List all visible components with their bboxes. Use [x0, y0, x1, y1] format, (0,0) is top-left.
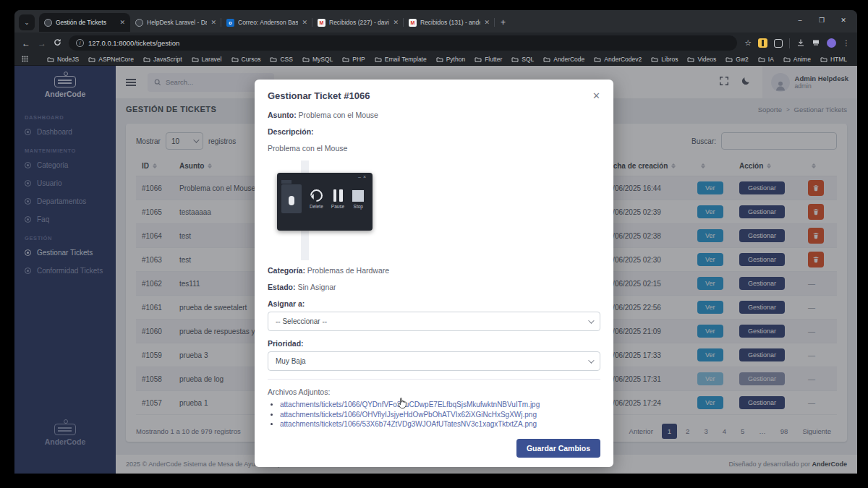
browser-toolbar: ← → i 127.0.0.1:8000/tickets/gestion ☆: [14, 33, 857, 53]
bookmark-item[interactable]: AnderCode: [543, 56, 584, 63]
bookmark-label: MySQL: [312, 56, 333, 63]
browser-tab[interactable]: HelpDesk Laravel - Dashboard✕: [130, 13, 221, 32]
attachment-link[interactable]: attachments/tickets/1066/53X6b74ZtVDg3WJ…: [280, 420, 537, 428]
tab-close-icon[interactable]: ✕: [393, 19, 399, 26]
adjuntos-label: Archivos Adjuntos:: [268, 388, 600, 396]
browser-tab[interactable]: MRecibidos (227) - davisanderso✕: [312, 13, 404, 32]
bookmark-item[interactable]: SQL: [511, 56, 534, 63]
estado-value: Sin Asignar: [297, 283, 336, 291]
folder-icon: [687, 56, 694, 62]
bookmark-item[interactable]: Python: [436, 56, 465, 63]
bookmark-item[interactable]: Cursos: [231, 56, 261, 63]
asunto-value: Problema con el Mouse: [299, 111, 378, 119]
bookmark-label: AnderCodev2: [604, 56, 642, 63]
bookmark-item[interactable]: CSS: [270, 56, 292, 63]
bookmark-label: Videos: [697, 56, 716, 63]
bookmark-label: Anime: [793, 56, 811, 63]
browser-menu-icon[interactable]: ⋮: [843, 39, 850, 47]
mouse-image: [281, 184, 302, 213]
pause-icon: [333, 189, 343, 202]
bookmark-item[interactable]: Videos: [687, 56, 716, 63]
bookmark-item[interactable]: AnderCodev2: [594, 56, 642, 63]
bookmark-item[interactable]: IA: [758, 56, 774, 63]
bookmark-item[interactable]: Libros: [651, 56, 678, 63]
globe-favicon-icon: [44, 19, 52, 27]
folder-icon: [375, 56, 382, 62]
folder-icon: [543, 56, 550, 62]
asignar-select[interactable]: -- Seleccionar --: [268, 312, 600, 331]
reload-icon[interactable]: [54, 38, 61, 48]
gmail-favicon-icon: M: [318, 19, 326, 27]
bookmark-item[interactable]: MySQL: [302, 56, 333, 63]
apps-grid-icon[interactable]: [22, 56, 28, 64]
tab-close-icon[interactable]: ✕: [119, 19, 125, 26]
bookmark-item[interactable]: PHP: [342, 56, 365, 63]
minimize-button[interactable]: –: [789, 12, 811, 28]
tab-search-button[interactable]: ⌄: [19, 14, 35, 30]
bookmark-label: AnderCode: [553, 56, 584, 63]
tab-title: Correo: Anderson Bastidas - O:: [238, 19, 298, 26]
tab-close-icon[interactable]: ✕: [484, 19, 490, 26]
categoria-value: Problemas de Hardware: [307, 266, 389, 275]
bookmark-item[interactable]: Flutter: [475, 56, 502, 63]
browser-tab[interactable]: oCorreo: Anderson Bastidas - O:✕: [221, 13, 312, 32]
bookmark-label: ASPNetCore: [98, 56, 134, 63]
tab-title: Gestión de Tickets: [56, 19, 116, 26]
media-icon[interactable]: [812, 37, 820, 50]
folder-icon: [758, 56, 765, 62]
gmail-favicon-icon: M: [409, 19, 417, 27]
tab-close-icon[interactable]: ✕: [302, 19, 307, 26]
downloads-icon[interactable]: [796, 37, 805, 50]
estado-label: Estado:: [268, 283, 296, 291]
tab-close-icon[interactable]: ✕: [210, 19, 216, 26]
forward-icon[interactable]: →: [38, 38, 46, 48]
attachment-link-item: attachments/tickets/1066/OHVflyIJsjyeHdO…: [280, 410, 600, 420]
chevron-down-icon: [588, 357, 594, 363]
recorder-widget-image: –× Delete Pause Stop: [277, 173, 373, 231]
attachment-link[interactable]: attachments/tickets/1066/QYDnfVFo3buCDwp…: [280, 401, 540, 408]
browser-tab[interactable]: Gestión de Tickets✕: [39, 13, 130, 32]
attachment-image-preview[interactable]: –× Delete Pause Stop: [268, 160, 600, 260]
bookmark-label: JavaScript: [153, 56, 182, 63]
bookmark-item[interactable]: ASPNetCore: [88, 56, 134, 63]
new-tab-button[interactable]: +: [501, 17, 506, 27]
mouse-cursor: [396, 397, 407, 413]
bookmark-label: Laravel: [202, 56, 222, 63]
back-icon[interactable]: ←: [22, 38, 30, 48]
chevron-down-icon: [588, 317, 594, 323]
extensions-puzzle-icon[interactable]: [774, 39, 783, 48]
outlook-favicon-icon: o: [226, 19, 234, 27]
save-changes-button[interactable]: Guardar Cambios: [516, 439, 600, 458]
site-info-icon[interactable]: i: [76, 39, 84, 47]
close-window-button[interactable]: ✕: [833, 12, 854, 28]
descripcion-label: Descripción:: [268, 127, 314, 136]
bookmark-label: Python: [446, 56, 465, 63]
folder-icon: [511, 56, 519, 62]
maximize-button[interactable]: ❐: [811, 12, 833, 28]
bookmark-item[interactable]: Anime: [783, 56, 811, 63]
bookmark-item[interactable]: NodeJS: [47, 56, 79, 63]
bookmarks-bar: NodeJSASPNetCoreJavaScriptLaravelCursosC…: [14, 53, 857, 66]
browser-tab[interactable]: MRecibidos (131) - andercode87✕: [404, 13, 495, 32]
extension-icon[interactable]: [758, 38, 767, 48]
bookmark-star-icon[interactable]: ☆: [744, 38, 752, 48]
attachment-links: attachments/tickets/1066/QYDnfVFo3buCDwp…: [280, 400, 600, 429]
modal-close-icon[interactable]: ✕: [592, 90, 600, 101]
address-bar[interactable]: i 127.0.0.1:8000/tickets/gestion: [69, 35, 737, 51]
modal-divider: [268, 379, 600, 380]
bookmark-label: Email Template: [385, 56, 427, 63]
folder-icon: [302, 56, 310, 62]
bookmark-item[interactable]: Gw2: [726, 56, 748, 63]
attachment-link-item: attachments/tickets/1066/QYDnfVFo3buCDwp…: [280, 400, 600, 410]
prioridad-select[interactable]: Muy Baja: [268, 351, 600, 371]
bookmark-item[interactable]: JavaScript: [143, 56, 182, 63]
bookmark-item[interactable]: HTML: [820, 56, 847, 63]
folder-icon: [783, 56, 791, 62]
attachment-link[interactable]: attachments/tickets/1066/OHVflyIJsjyeHdO…: [280, 411, 537, 419]
browser-profile-avatar[interactable]: [827, 38, 836, 48]
toolbar-separator: [789, 38, 790, 48]
attachment-link-item: attachments/tickets/1066/53X6b74ZtVDg3WJ…: [280, 419, 600, 429]
bookmark-item[interactable]: Laravel: [192, 56, 222, 63]
categoria-label: Categoría:: [268, 266, 305, 275]
bookmark-item[interactable]: Email Template: [375, 56, 427, 63]
